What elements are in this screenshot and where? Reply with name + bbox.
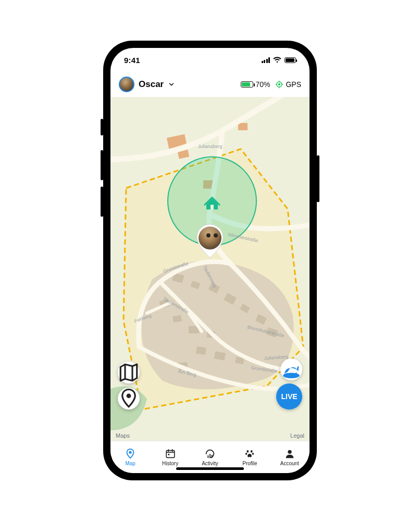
svg-point-31 bbox=[251, 450, 253, 453]
map-attribution-left[interactable]: Maps bbox=[116, 432, 130, 439]
svg-point-27 bbox=[129, 451, 132, 454]
tab-account[interactable]: Account bbox=[270, 441, 310, 473]
tab-label: Activity bbox=[202, 461, 218, 466]
map-canvas[interactable]: Julianaberg Wimmerstraße Taubenweg Grund… bbox=[110, 97, 310, 441]
home-indicator[interactable] bbox=[176, 467, 244, 470]
gps-label: GPS bbox=[286, 80, 301, 89]
app-header: Oscar 70% GPS bbox=[110, 72, 310, 97]
tracker-battery[interactable]: 70% bbox=[241, 80, 270, 89]
paw-icon bbox=[244, 448, 255, 460]
screen: 9:41 Oscar 70% bbox=[110, 48, 310, 473]
map-layers-button[interactable] bbox=[118, 362, 140, 383]
phone-frame: 9:41 Oscar 70% bbox=[103, 41, 317, 480]
heatmap-button[interactable] bbox=[280, 358, 302, 380]
svg-point-25 bbox=[127, 393, 131, 398]
chevron-down-icon bbox=[168, 81, 175, 88]
location-pin-icon bbox=[118, 388, 140, 410]
tab-label: History bbox=[162, 461, 178, 466]
volume-up-button bbox=[101, 150, 103, 180]
status-icons bbox=[262, 57, 297, 63]
svg-rect-29 bbox=[168, 454, 169, 455]
svg-point-33 bbox=[252, 453, 254, 455]
gps-icon bbox=[275, 80, 283, 89]
wifi-icon bbox=[273, 57, 281, 63]
battery-icon bbox=[241, 81, 253, 88]
svg-point-32 bbox=[245, 453, 247, 455]
pet-selector[interactable]: Oscar bbox=[119, 77, 175, 92]
live-tracking-button[interactable]: LIVE bbox=[276, 383, 302, 410]
live-label: LIVE bbox=[281, 392, 297, 401]
silent-switch bbox=[101, 119, 103, 135]
pet-name-label: Oscar bbox=[139, 79, 164, 90]
map-tab-icon bbox=[125, 448, 136, 460]
svg-rect-6 bbox=[238, 123, 248, 130]
svg-rect-19 bbox=[196, 346, 206, 355]
account-icon bbox=[284, 448, 295, 460]
calendar-icon bbox=[165, 448, 176, 460]
svg-point-34 bbox=[288, 450, 291, 454]
pet-avatar-small bbox=[119, 77, 134, 92]
pet-pin-avatar bbox=[199, 226, 221, 249]
tab-label: Profile bbox=[242, 461, 257, 466]
svg-point-0 bbox=[278, 83, 280, 85]
svg-point-26 bbox=[283, 373, 300, 379]
tab-label: Map bbox=[125, 461, 135, 466]
map-attribution-right[interactable]: Legal bbox=[290, 432, 304, 439]
cat-heatmap-icon bbox=[280, 358, 302, 380]
center-location-button[interactable] bbox=[118, 388, 140, 410]
tab-label: Account bbox=[280, 461, 299, 466]
volume-down-button bbox=[101, 187, 103, 217]
status-time: 9:41 bbox=[124, 56, 140, 65]
battery-status-icon bbox=[285, 57, 296, 63]
tab-map[interactable]: Map bbox=[110, 441, 150, 473]
gps-status[interactable]: GPS bbox=[275, 80, 301, 89]
cellular-signal-icon bbox=[262, 57, 270, 63]
svg-point-30 bbox=[247, 450, 249, 453]
svg-rect-24 bbox=[211, 205, 214, 209]
map-layers-icon bbox=[118, 362, 140, 383]
status-bar: 9:41 bbox=[110, 48, 310, 72]
pet-location-pin[interactable] bbox=[195, 223, 225, 258]
device-status: 70% GPS bbox=[241, 80, 301, 89]
activity-icon bbox=[204, 448, 216, 460]
street-label: Julianaberg bbox=[198, 144, 223, 149]
power-button bbox=[317, 155, 319, 202]
battery-percent: 70% bbox=[255, 80, 270, 89]
svg-rect-28 bbox=[166, 451, 175, 458]
